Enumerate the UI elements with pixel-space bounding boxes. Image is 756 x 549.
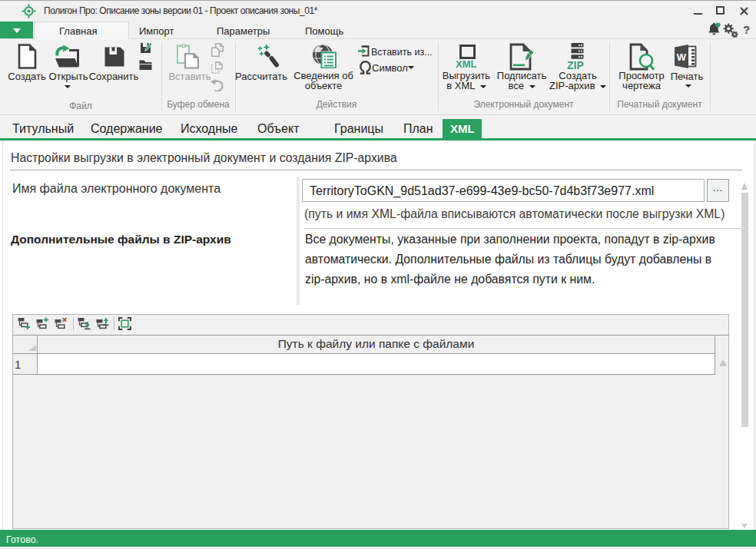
svg-text:W: W [677, 51, 687, 63]
